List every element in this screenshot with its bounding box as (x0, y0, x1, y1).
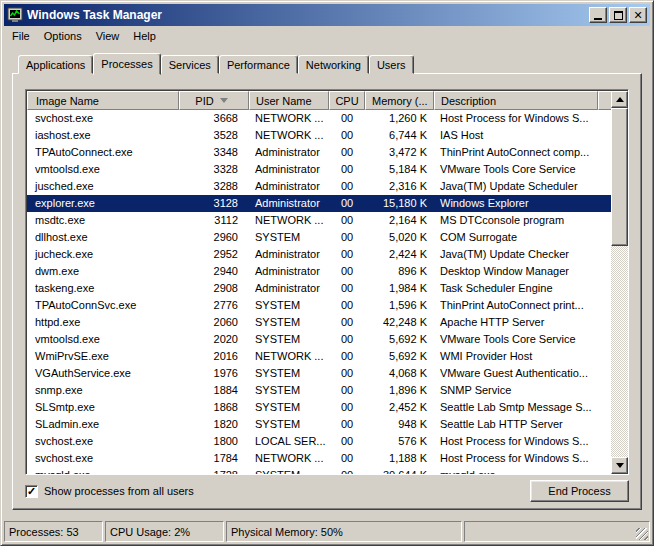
column-header-mem[interactable]: Memory (... (365, 91, 434, 110)
tab-users[interactable]: Users (369, 55, 414, 74)
menu-item-view[interactable]: View (89, 28, 127, 44)
process-row[interactable]: jusched.exe3288Administrator002,316 KJav… (27, 178, 611, 195)
cell-mem: 4,068 K (365, 365, 434, 382)
cell-mem: 5,184 K (365, 161, 434, 178)
cell-pid: 2908 (179, 280, 249, 297)
process-row[interactable]: taskeng.exe2908Administrator001,984 KTas… (27, 280, 611, 297)
menu-item-help[interactable]: Help (126, 28, 163, 44)
process-row[interactable]: svchost.exe1784NETWORK ...001,188 KHost … (27, 450, 611, 467)
end-process-button[interactable]: End Process (530, 480, 629, 502)
scrollbar-track[interactable] (611, 108, 628, 457)
show-all-users-group[interactable]: ✓ Show processes from all users (25, 485, 194, 498)
cell-pid: 2776 (179, 297, 249, 314)
cell-name: mysqld.exe (27, 467, 179, 474)
resize-grip-icon[interactable] (636, 528, 648, 540)
cell-pid: 2060 (179, 314, 249, 331)
cell-mem: 6,744 K (365, 127, 434, 144)
cell-name: svchost.exe (27, 110, 179, 127)
process-row[interactable]: mysqld.exe1728SYSTEM0030,644 Kmysqld.exe (27, 467, 611, 474)
menubar: FileOptionsViewHelp (4, 26, 650, 46)
scroll-up-icon[interactable] (611, 91, 628, 108)
menu-item-file[interactable]: File (5, 28, 37, 44)
cell-desc: VMware Tools Core Service (434, 161, 598, 178)
column-header-label: User Name (256, 95, 312, 107)
tab-processes[interactable]: Processes (93, 53, 160, 75)
maximize-icon[interactable] (609, 7, 627, 23)
column-header-cpu[interactable]: CPU (329, 91, 365, 110)
cell-name: WmiPrvSE.exe (27, 348, 179, 365)
column-header-user[interactable]: User Name (249, 91, 329, 110)
process-row[interactable]: httpd.exe2060SYSTEM0042,248 KApache HTTP… (27, 314, 611, 331)
status-cpu-usage: CPU Usage: 2% (105, 521, 224, 542)
process-row[interactable]: svchost.exe1800LOCAL SER...00576 KHost P… (27, 433, 611, 450)
cell-desc: VMware Tools Core Service (434, 331, 598, 348)
tab-applications[interactable]: Applications (18, 55, 93, 74)
process-row[interactable]: vmtoolsd.exe2020SYSTEM005,692 KVMware To… (27, 331, 611, 348)
cell-pid: 3528 (179, 127, 249, 144)
process-row-selected[interactable]: explorer.exe3128Administrator0015,180 KW… (27, 195, 611, 212)
cell-user: NETWORK ... (249, 348, 329, 365)
process-row[interactable]: VGAuthService.exe1976SYSTEM004,068 KVMwa… (27, 365, 611, 382)
cell-user: Administrator (249, 178, 329, 195)
vertical-scrollbar[interactable] (611, 91, 628, 474)
tab-networking[interactable]: Networking (298, 55, 369, 74)
panel-footer: ✓ Show processes from all users End Proc… (25, 479, 629, 503)
cell-pid: 1784 (179, 450, 249, 467)
cell-user: Administrator (249, 280, 329, 297)
cell-pid: 2020 (179, 331, 249, 348)
process-row[interactable]: TPAutoConnSvc.exe2776SYSTEM001,596 KThin… (27, 297, 611, 314)
menu-item-options[interactable]: Options (37, 28, 89, 44)
process-row[interactable]: dwm.exe2940Administrator00896 KDesktop W… (27, 263, 611, 280)
cell-name: taskeng.exe (27, 280, 179, 297)
cell-cpu: 00 (329, 178, 365, 195)
cell-mem: 1,984 K (365, 280, 434, 297)
process-row[interactable]: vmtoolsd.exe3328Administrator005,184 KVM… (27, 161, 611, 178)
tab-services[interactable]: Services (161, 55, 219, 74)
process-row[interactable]: svchost.exe3668NETWORK ...001,260 KHost … (27, 110, 611, 127)
process-row[interactable]: SLadmin.exe1820SYSTEM00948 KSeattle Lab … (27, 416, 611, 433)
cell-mem: 30,644 K (365, 467, 434, 474)
cell-name: explorer.exe (27, 195, 179, 212)
process-row[interactable]: WmiPrvSE.exe2016NETWORK ...005,692 KWMI … (27, 348, 611, 365)
task-manager-icon (7, 7, 23, 23)
column-header-label: Image Name (36, 95, 99, 107)
cell-cpu: 00 (329, 127, 365, 144)
cell-desc: Task Scheduler Engine (434, 280, 598, 297)
cell-mem: 948 K (365, 416, 434, 433)
scrollbar-thumb[interactable] (611, 108, 628, 246)
process-row[interactable]: TPAutoConnect.exe3348Administrator003,47… (27, 144, 611, 161)
status-processes: Processes: 53 (4, 521, 103, 542)
cell-cpu: 00 (329, 212, 365, 229)
process-row[interactable]: msdtc.exe3112NETWORK ...002,164 KMS DTCc… (27, 212, 611, 229)
cell-user: Administrator (249, 144, 329, 161)
show-all-users-label: Show processes from all users (44, 485, 194, 497)
close-icon[interactable]: ✕ (629, 7, 647, 23)
process-row[interactable]: jucheck.exe2952Administrator002,424 KJav… (27, 246, 611, 263)
process-row[interactable]: iashost.exe3528NETWORK ...006,744 KIAS H… (27, 127, 611, 144)
show-all-users-checkbox[interactable]: ✓ (25, 485, 38, 498)
cell-pid: 1868 (179, 399, 249, 416)
column-header-desc[interactable]: Description (434, 91, 598, 110)
list-rows: svchost.exe3668NETWORK ...001,260 KHost … (27, 110, 611, 474)
process-row[interactable]: SLSmtp.exe1868SYSTEM002,452 KSeattle Lab… (27, 399, 611, 416)
window-controls: ✕ (589, 7, 647, 23)
cell-cpu: 00 (329, 416, 365, 433)
scroll-down-icon[interactable] (611, 457, 628, 474)
cell-name: jusched.exe (27, 178, 179, 195)
cell-desc: ThinPrint AutoConnect print... (434, 297, 598, 314)
process-row[interactable]: snmp.exe1884SYSTEM001,896 KSNMP Service (27, 382, 611, 399)
cell-cpu: 00 (329, 161, 365, 178)
cell-desc: VMware Guest Authenticatio... (434, 365, 598, 382)
column-header-pid[interactable]: PID (179, 91, 249, 110)
tabstrip: ApplicationsProcessesServicesPerformance… (12, 52, 642, 74)
cell-cpu: 00 (329, 246, 365, 263)
minimize-icon[interactable] (589, 7, 607, 23)
cell-mem: 576 K (365, 433, 434, 450)
cell-desc: WMI Provider Host (434, 348, 598, 365)
tab-performance[interactable]: Performance (219, 55, 298, 74)
cell-pid: 2940 (179, 263, 249, 280)
cell-name: jucheck.exe (27, 246, 179, 263)
column-header-name[interactable]: Image Name (27, 91, 179, 110)
process-row[interactable]: dllhost.exe2960SYSTEM005,020 KCOM Surrog… (27, 229, 611, 246)
cell-desc: Host Process for Windows S... (434, 433, 598, 450)
